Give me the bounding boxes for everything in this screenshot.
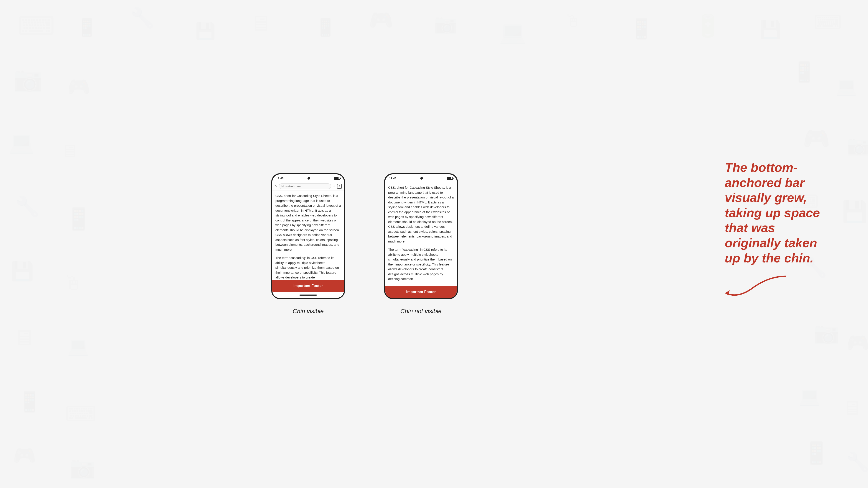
main-content: 11:45 ⌂ https://web.dev/ + 5 CSS, short …: [271, 173, 458, 315]
annotation-text: The bottom-anchored barvisually grew,tak…: [725, 160, 850, 265]
battery-icon-1: [334, 177, 340, 180]
camera-dot-1: [308, 177, 310, 180]
caption-chin-not-visible: Chin not visible: [400, 308, 442, 315]
phone-footer-1: Important Footer: [272, 280, 344, 292]
phone-mockup-2: 11:45 CSS, short for Cascading Style She…: [384, 173, 458, 299]
annotation-arrow: [725, 272, 794, 300]
annotation-container: The bottom-anchored barvisually grew,tak…: [725, 160, 850, 300]
status-bar-2: 11:45: [385, 174, 457, 182]
battery-fill-2: [447, 177, 452, 180]
phone-chin-visible: 11:45 ⌂ https://web.dev/ + 5 CSS, short …: [271, 173, 345, 315]
status-time-1: 11:45: [276, 177, 283, 180]
arrow-container: [725, 272, 850, 300]
caption-chin-visible: Chin visible: [292, 308, 323, 315]
home-icon-1[interactable]: ⌂: [275, 184, 277, 189]
phone-chin-not-visible: 11:45 CSS, short for Cascading Style She…: [384, 173, 458, 315]
battery-fill-1: [334, 177, 339, 180]
status-bar-1: 11:45: [272, 174, 344, 182]
url-field-1[interactable]: https://web.dev/: [279, 184, 331, 189]
camera-dot-2: [420, 177, 423, 180]
content-paragraph-1-0: CSS, short for Cascading Style Sheets, i…: [275, 193, 341, 252]
phone-content-2: CSS, short for Cascading Style Sheets, i…: [385, 182, 457, 286]
annotation-line-originally-taken: originally taken: [725, 236, 817, 250]
phone-mockup-1: 11:45 ⌂ https://web.dev/ + 5 CSS, short …: [271, 173, 345, 299]
annotation-line-that-was: that was: [725, 221, 775, 235]
chin-bar-1: [300, 295, 317, 296]
address-bar-1: ⌂ https://web.dev/ + 5: [272, 182, 344, 190]
plus-icon-1[interactable]: +: [333, 184, 335, 189]
phone-content-1: CSS, short for Cascading Style Sheets, i…: [272, 190, 344, 280]
tab-count-1[interactable]: 5: [337, 184, 342, 189]
content-paragraph-2-1: The term "cascading" in CSS refers to it…: [388, 247, 454, 282]
battery-icon-2: [447, 177, 453, 180]
status-time-2: 11:45: [389, 177, 396, 180]
phone-chin-1: [272, 292, 344, 298]
footer-label-1: Important Footer: [293, 284, 323, 288]
content-paragraph-2-0: CSS, short for Cascading Style Sheets, i…: [388, 185, 454, 244]
phone-footer-2: Important Footer: [385, 286, 457, 298]
footer-label-2: Important Footer: [406, 290, 436, 294]
content-paragraph-1-1: The term "cascading" in CSS refers to it…: [275, 256, 341, 280]
